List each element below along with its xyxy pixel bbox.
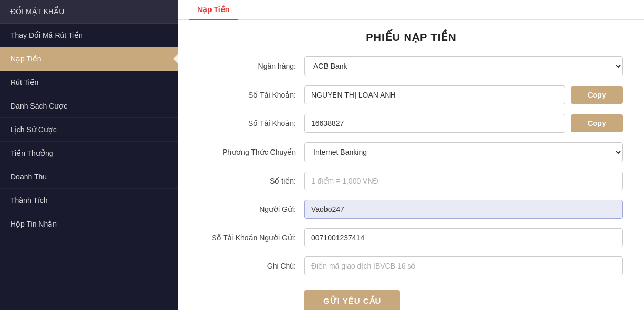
sidebar-item-lich-su-cuoc[interactable]: Lịch Sử Cược	[0, 118, 178, 142]
so-tai-khoan-name-row: Số Tài Khoản: Copy	[199, 85, 623, 104]
so-tk-nguoi-gui-label: Số Tài Khoản Người Gửi:	[199, 233, 304, 242]
so-tai-khoan-name-group: Copy	[304, 85, 623, 104]
sidebar-item-rut-tien[interactable]: Rút Tiền	[0, 71, 178, 94]
ngan-hang-label: Ngân hàng:	[199, 62, 304, 70]
nguoi-gui-row: Người Gửi:	[199, 200, 623, 219]
sidebar-item-doanh-thu[interactable]: Doanh Thu	[0, 165, 178, 189]
form-container: PHIẾU NẠP TIỀN Ngân hàng: ACB BankVietco…	[178, 20, 644, 310]
sidebar: ĐỔI MẬT KHẨU Thay Đổi Mã Rút Tiền Nạp Ti…	[0, 0, 178, 310]
so-tai-khoan-number-label: Số Tài Khoản:	[199, 119, 304, 127]
copy-account-number-button[interactable]: Copy	[571, 114, 623, 132]
so-tien-input[interactable]	[304, 172, 623, 190]
ngan-hang-select[interactable]: ACB BankVietcombankTechcombankBIDV	[304, 56, 623, 76]
form-title: PHIẾU NẠP TIỀN	[199, 31, 623, 44]
ghi-chu-input[interactable]	[304, 256, 623, 275]
sidebar-item-thay-doi-ma-rut-tien[interactable]: Thay Đổi Mã Rút Tiền	[0, 24, 178, 47]
so-tai-khoan-name-label: Số Tài Khoản:	[199, 91, 304, 99]
submit-row: GỬI YÊU CẦU	[199, 285, 623, 310]
phuong-thuc-label: Phương Thức Chuyển	[199, 148, 304, 156]
sidebar-item-doi-mat-khau[interactable]: ĐỔI MẬT KHẨU	[0, 0, 178, 24]
so-tai-khoan-name-input[interactable]	[304, 85, 565, 104]
tab-nap-tien[interactable]: Nạp Tiền	[189, 0, 238, 20]
ghi-chu-row: Ghi Chú:	[199, 256, 623, 275]
so-tien-row: Số tiền:	[199, 172, 623, 190]
so-tk-nguoi-gui-input[interactable]	[304, 228, 623, 247]
so-tien-label: Số tiền:	[199, 177, 304, 185]
submit-button[interactable]: GỬI YÊU CẦU	[304, 290, 400, 310]
tab-bar: Nạp Tiền	[178, 0, 644, 20]
ghi-chu-label: Ghi Chú:	[199, 262, 304, 270]
phuong-thuc-select[interactable]: Internet BankingATMChuyển khoản	[304, 142, 623, 162]
main-content: Nạp Tiền PHIẾU NẠP TIỀN Ngân hàng: ACB B…	[178, 0, 644, 310]
so-tai-khoan-number-row: Số Tài Khoản: Copy	[199, 114, 623, 133]
so-tk-nguoi-gui-row: Số Tài Khoản Người Gửi:	[199, 228, 623, 247]
nguoi-gui-input[interactable]	[304, 200, 623, 219]
so-tai-khoan-number-group: Copy	[304, 114, 623, 133]
sidebar-item-tien-thuong[interactable]: Tiền Thưởng	[0, 142, 178, 165]
sidebar-item-hop-tin-nhan[interactable]: Hộp Tin Nhắn	[0, 212, 178, 236]
sidebar-item-nap-tien[interactable]: Nạp Tiền	[0, 47, 178, 71]
sidebar-item-thanh-tich[interactable]: Thành Tích	[0, 189, 178, 212]
ngan-hang-row: Ngân hàng: ACB BankVietcombankTechcomban…	[199, 56, 623, 76]
sidebar-item-danh-sach-cuoc[interactable]: Danh Sách Cược	[0, 94, 178, 118]
copy-account-name-button[interactable]: Copy	[571, 86, 623, 104]
nguoi-gui-label: Người Gửi:	[199, 205, 304, 213]
so-tai-khoan-number-input[interactable]	[304, 114, 565, 133]
phuong-thuc-row: Phương Thức Chuyển Internet BankingATMCh…	[199, 142, 623, 162]
